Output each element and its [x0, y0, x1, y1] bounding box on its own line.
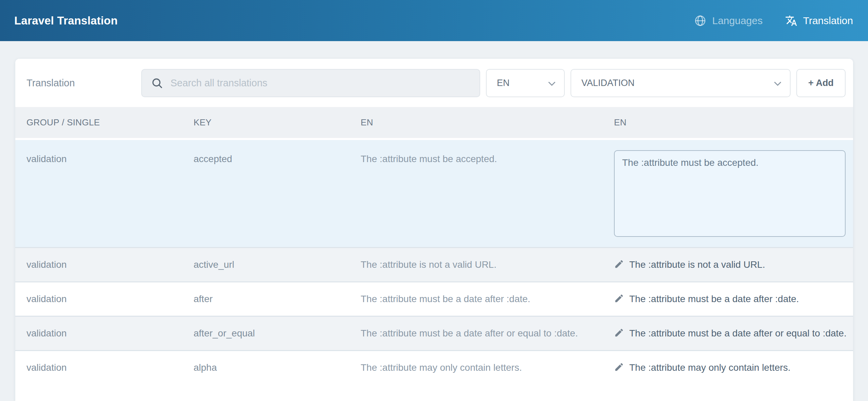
edit-translation[interactable]: The :attribute must be a date after or e…	[614, 327, 853, 340]
cell-source: The :attribute must be a date after or e…	[353, 327, 608, 340]
search-input[interactable]	[141, 69, 480, 97]
pencil-icon	[614, 362, 624, 373]
column-header-source: EN	[353, 117, 608, 128]
column-header-group: GROUP / SINGLE	[15, 117, 185, 128]
group-select[interactable]: VALIDATION	[571, 69, 791, 97]
cell-group: validation	[15, 293, 185, 306]
table-header: GROUP / SINGLE KEY EN EN	[15, 107, 853, 140]
table-row: validation after_or_equal The :attribute…	[15, 316, 853, 350]
table-row: validation after The :attribute must be …	[15, 281, 853, 316]
translate-icon	[785, 15, 797, 27]
pencil-icon	[614, 293, 624, 305]
edit-translation[interactable]: The :attribute must be a date after :dat…	[614, 293, 853, 306]
nav-links: Languages Translation	[694, 15, 853, 27]
app-title: Laravel Translation	[14, 14, 118, 27]
edit-translation[interactable]: The :attribute is not a valid URL.	[614, 258, 853, 271]
column-header-key: KEY	[185, 117, 353, 128]
cell-translation: The :attribute is not a valid URL.	[629, 258, 853, 271]
cell-group: validation	[15, 258, 185, 271]
cell-source: The :attribute must be a date after :dat…	[353, 293, 608, 306]
nav-item-translation[interactable]: Translation	[785, 15, 853, 27]
cell-key: active_url	[185, 258, 353, 271]
column-header-target: EN	[608, 117, 853, 128]
chevron-down-icon	[548, 78, 555, 88]
cell-source: The :attribute must be accepted.	[353, 150, 608, 165]
cell-translation: The :attribute must be a date after :dat…	[629, 293, 853, 306]
cell-group: validation	[15, 150, 185, 165]
table-row: validation active_url The :attribute is …	[15, 247, 853, 281]
group-select-value: VALIDATION	[581, 78, 635, 88]
cell-source: The :attribute may only contain letters.	[353, 361, 608, 374]
pencil-icon	[614, 259, 624, 271]
translation-card: Translation EN VALIDATION	[15, 59, 853, 401]
cell-group: validation	[15, 327, 185, 340]
nav-item-languages[interactable]: Languages	[694, 15, 762, 27]
nav-item-label: Translation	[803, 15, 853, 27]
chevron-down-icon	[774, 78, 781, 88]
toolbar: Translation EN VALIDATION	[15, 59, 853, 107]
cell-key: accepted	[185, 150, 353, 165]
add-button[interactable]: + Add	[796, 69, 846, 97]
cell-source: The :attribute is not a valid URL.	[353, 258, 608, 271]
translation-editor[interactable]: The :attribute must be accepted.	[614, 150, 846, 237]
search-field	[141, 69, 480, 97]
nav-item-label: Languages	[712, 15, 762, 27]
cell-key: alpha	[185, 361, 353, 374]
globe-icon	[694, 15, 706, 27]
cell-key: after_or_equal	[185, 327, 353, 340]
cell-translation: The :attribute must be a date after or e…	[629, 327, 853, 340]
panel-title: Translation	[26, 77, 135, 89]
cell-translation: The :attribute may only contain letters.	[629, 361, 853, 374]
locale-select[interactable]: EN	[486, 69, 565, 97]
locale-select-value: EN	[497, 78, 510, 88]
cell-group: validation	[15, 361, 185, 374]
table-row-editing: validation accepted The :attribute must …	[15, 140, 853, 247]
table-row: validation alpha The :attribute may only…	[15, 350, 853, 384]
cell-key: after	[185, 293, 353, 306]
edit-translation[interactable]: The :attribute may only contain letters.	[614, 361, 853, 374]
pencil-icon	[614, 328, 624, 339]
navbar: Laravel Translation Languages Translatio…	[0, 0, 868, 41]
